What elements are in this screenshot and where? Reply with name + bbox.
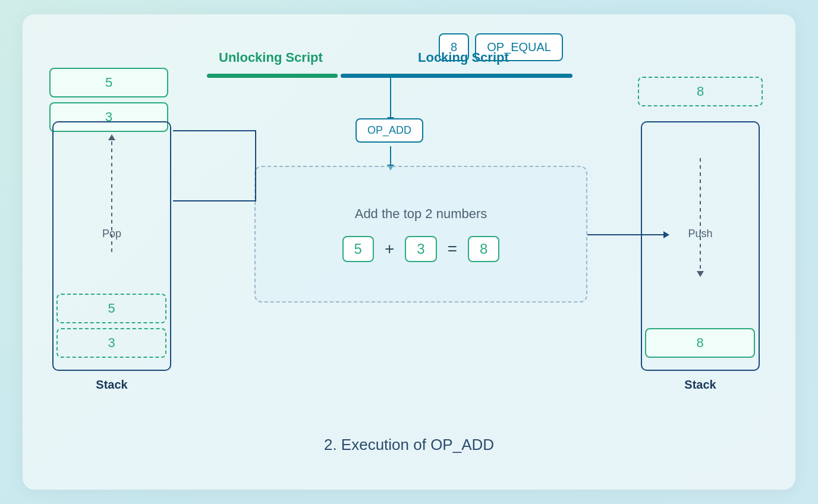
arrow-down-head <box>697 271 704 277</box>
operation-title: Add the top 2 numbers <box>355 206 487 222</box>
right-bottom-item: 8 <box>645 328 755 358</box>
formula-num1: 5 <box>342 236 374 262</box>
push-dashed-line <box>700 158 701 270</box>
locking-bar <box>341 74 572 78</box>
right-stack-label: Stack <box>641 378 760 392</box>
right-stack-box: Push 8 <box>641 121 760 371</box>
left-stack-label: Stack <box>52 378 171 392</box>
formula-result: 8 <box>468 236 499 262</box>
equals-symbol: = <box>448 240 457 259</box>
step-label: 2. Execution of OP_ADD <box>324 436 494 454</box>
right-stack: 8 Push 8 Stack <box>641 121 760 392</box>
right-top-item-8: 8 <box>638 77 763 106</box>
plus-symbol: + <box>385 240 394 259</box>
op-add-box: OP_ADD <box>355 118 423 143</box>
diagram-container: 8 OP_EQUAL Unlocking Script Locking Scri… <box>23 14 795 490</box>
locking-label: Locking Script <box>418 50 509 65</box>
right-bottom-item-8: 8 <box>645 328 755 358</box>
arrow-locking-to-opadd <box>390 78 391 118</box>
push-arrow <box>697 158 704 277</box>
operation-formula: 5 + 3 = 8 <box>342 236 500 262</box>
left-stack-bottom-items: 5 3 <box>56 294 166 358</box>
left-stack: 5 3 Pop 5 3 Stack <box>52 121 171 392</box>
right-top-item: 8 <box>638 77 763 106</box>
operation-box: Add the top 2 numbers 5 + 3 = 8 <box>254 166 587 303</box>
formula-num2: 3 <box>405 236 436 262</box>
left-stack-box: Pop 5 3 <box>52 121 171 371</box>
unlocking-label: Unlocking Script <box>219 50 323 65</box>
pop-label: Pop <box>102 228 121 240</box>
left-bottom-item-3: 3 <box>56 328 166 358</box>
left-top-item-5: 5 <box>49 68 168 97</box>
left-bottom-item-5: 5 <box>56 294 166 323</box>
bracket-left <box>173 130 256 201</box>
unlocking-bar <box>207 74 338 78</box>
arrow-opadd-to-box <box>390 146 391 166</box>
arrow-up-head <box>108 134 115 140</box>
